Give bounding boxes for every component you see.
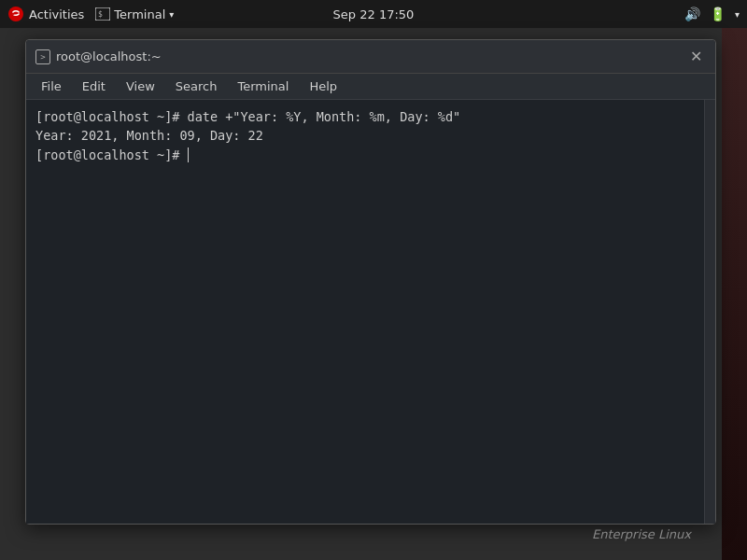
svg-point-0 xyxy=(8,7,23,21)
terminal-content[interactable]: [root@localhost ~]# date +"Year: %Y, Mon… xyxy=(26,100,704,524)
terminal-dropdown-arrow: ▾ xyxy=(169,9,174,20)
window-close-button[interactable]: ✕ xyxy=(685,47,706,67)
menu-view[interactable]: View xyxy=(117,77,164,95)
terminal-area: [root@localhost ~]# date +"Year: %Y, Mon… xyxy=(26,100,715,524)
menu-edit[interactable]: Edit xyxy=(73,77,115,95)
terminal-line-3: [root@localhost ~]# xyxy=(35,146,695,164)
enterprise-linux-text: Enterprise Linux xyxy=(592,527,691,541)
redhat-icon xyxy=(7,6,24,22)
background-right xyxy=(722,28,747,560)
menu-search[interactable]: Search xyxy=(166,77,227,95)
activities-label: Activities xyxy=(29,7,84,21)
activities-button[interactable]: Activities xyxy=(7,6,84,22)
terminal-line-1: [root@localhost ~]# date +"Year: %Y, Mon… xyxy=(35,107,695,126)
battery-icon[interactable]: 🔋 xyxy=(710,7,726,21)
sound-icon[interactable]: 🔊 xyxy=(684,7,700,21)
svg-text:$: $ xyxy=(98,10,103,19)
terminal-small-icon: $ xyxy=(95,7,110,21)
menu-bar: File Edit View Search Terminal Help xyxy=(26,74,715,100)
system-bar: Activities $ Terminal ▾ Sep 22 17:50 🔊 🔋… xyxy=(0,0,747,28)
system-datetime: Sep 22 17:50 xyxy=(333,7,415,21)
titlebar-left: root@localhost:~ xyxy=(35,49,162,64)
menu-file[interactable]: File xyxy=(32,77,71,95)
window-terminal-icon xyxy=(35,49,50,64)
menu-help[interactable]: Help xyxy=(300,77,346,95)
terminal-window: root@localhost:~ ✕ File Edit View Search… xyxy=(25,39,716,525)
window-title: root@localhost:~ xyxy=(56,49,162,63)
terminal-line-2: Year: 2021, Month: 09, Day: 22 xyxy=(35,126,695,145)
menu-terminal[interactable]: Terminal xyxy=(228,77,298,95)
window-titlebar: root@localhost:~ ✕ xyxy=(26,40,715,74)
terminal-menu-label: Terminal xyxy=(114,7,165,21)
terminal-app-menu[interactable]: $ Terminal ▾ xyxy=(95,7,174,21)
terminal-scrollbar[interactable] xyxy=(704,100,715,524)
system-bar-right: 🔊 🔋 ▾ xyxy=(684,7,740,21)
system-bar-left: Activities $ Terminal ▾ xyxy=(7,6,174,22)
system-menu-arrow[interactable]: ▾ xyxy=(735,9,740,20)
